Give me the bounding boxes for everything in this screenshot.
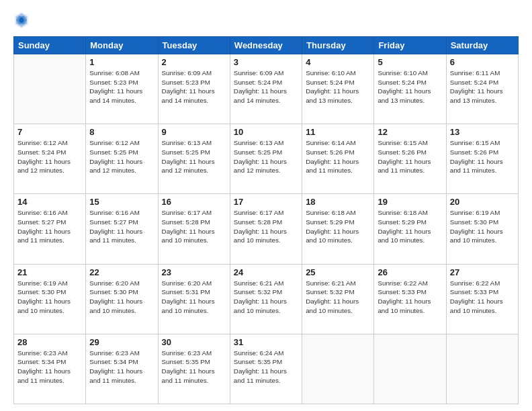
- day-number: 16: [162, 197, 226, 207]
- weekday-header: Tuesday: [158, 37, 230, 54]
- weekday-header: Saturday: [446, 37, 518, 54]
- header: [13, 11, 519, 30]
- day-number: 14: [17, 197, 82, 207]
- calendar-cell: 12Sunrise: 6:15 AM Sunset: 5:26 PM Dayli…: [374, 124, 446, 194]
- calendar-cell: 31Sunrise: 6:24 AM Sunset: 5:35 PM Dayli…: [230, 334, 302, 404]
- cell-daylight-info: Sunrise: 6:09 AM Sunset: 5:23 PM Dayligh…: [162, 68, 226, 105]
- calendar-cell: 29Sunrise: 6:23 AM Sunset: 5:34 PM Dayli…: [86, 334, 158, 404]
- logo-icon: [13, 11, 30, 30]
- calendar-cell: 5Sunrise: 6:10 AM Sunset: 5:24 PM Daylig…: [374, 54, 446, 124]
- cell-daylight-info: Sunrise: 6:15 AM Sunset: 5:26 PM Dayligh…: [450, 138, 515, 175]
- calendar-cell: [14, 54, 86, 124]
- cell-daylight-info: Sunrise: 6:21 AM Sunset: 5:32 PM Dayligh…: [234, 279, 298, 316]
- day-number: 5: [378, 57, 442, 67]
- calendar-cell: 13Sunrise: 6:15 AM Sunset: 5:26 PM Dayli…: [446, 124, 518, 194]
- calendar-cell: 30Sunrise: 6:23 AM Sunset: 5:35 PM Dayli…: [158, 334, 230, 404]
- calendar-week-row: 28Sunrise: 6:23 AM Sunset: 5:34 PM Dayli…: [14, 334, 519, 404]
- cell-daylight-info: Sunrise: 6:20 AM Sunset: 5:30 PM Dayligh…: [89, 279, 154, 316]
- calendar-cell: [374, 334, 446, 404]
- calendar-cell: 17Sunrise: 6:17 AM Sunset: 5:28 PM Dayli…: [230, 194, 302, 264]
- day-number: 26: [378, 267, 442, 277]
- calendar-table: SundayMondayTuesdayWednesdayThursdayFrid…: [13, 36, 519, 404]
- calendar-cell: 27Sunrise: 6:22 AM Sunset: 5:33 PM Dayli…: [446, 264, 518, 334]
- day-number: 24: [234, 267, 298, 277]
- cell-daylight-info: Sunrise: 6:23 AM Sunset: 5:34 PM Dayligh…: [89, 349, 154, 385]
- day-number: 22: [89, 267, 154, 277]
- calendar-cell: 19Sunrise: 6:18 AM Sunset: 5:29 PM Dayli…: [374, 194, 446, 264]
- day-number: 8: [89, 127, 154, 137]
- day-number: 11: [306, 127, 370, 137]
- calendar-cell: 18Sunrise: 6:18 AM Sunset: 5:29 PM Dayli…: [302, 194, 374, 264]
- day-number: 29: [89, 337, 154, 347]
- day-number: 17: [234, 197, 298, 207]
- day-number: 1: [89, 57, 154, 67]
- calendar-cell: 1Sunrise: 6:08 AM Sunset: 5:23 PM Daylig…: [86, 54, 158, 124]
- calendar-cell: 20Sunrise: 6:19 AM Sunset: 5:30 PM Dayli…: [446, 194, 518, 264]
- logo: [13, 11, 32, 30]
- day-number: 25: [306, 267, 370, 277]
- calendar-cell: 28Sunrise: 6:23 AM Sunset: 5:34 PM Dayli…: [14, 334, 86, 404]
- cell-daylight-info: Sunrise: 6:22 AM Sunset: 5:33 PM Dayligh…: [378, 279, 442, 316]
- calendar-cell: 22Sunrise: 6:20 AM Sunset: 5:30 PM Dayli…: [86, 264, 158, 334]
- calendar-week-row: 14Sunrise: 6:16 AM Sunset: 5:27 PM Dayli…: [14, 194, 519, 264]
- cell-daylight-info: Sunrise: 6:16 AM Sunset: 5:27 PM Dayligh…: [89, 208, 154, 245]
- cell-daylight-info: Sunrise: 6:23 AM Sunset: 5:34 PM Dayligh…: [17, 349, 82, 385]
- calendar-cell: 2Sunrise: 6:09 AM Sunset: 5:23 PM Daylig…: [158, 54, 230, 124]
- cell-daylight-info: Sunrise: 6:24 AM Sunset: 5:35 PM Dayligh…: [234, 349, 298, 385]
- day-number: 28: [17, 337, 82, 347]
- cell-daylight-info: Sunrise: 6:14 AM Sunset: 5:26 PM Dayligh…: [306, 138, 370, 175]
- day-number: 15: [89, 197, 154, 207]
- cell-daylight-info: Sunrise: 6:19 AM Sunset: 5:30 PM Dayligh…: [450, 208, 515, 245]
- day-number: 9: [162, 127, 226, 137]
- calendar-cell: 8Sunrise: 6:12 AM Sunset: 5:25 PM Daylig…: [86, 124, 158, 194]
- cell-daylight-info: Sunrise: 6:16 AM Sunset: 5:27 PM Dayligh…: [17, 208, 82, 245]
- weekday-header: Monday: [86, 37, 158, 54]
- weekday-header: Sunday: [14, 37, 86, 54]
- cell-daylight-info: Sunrise: 6:08 AM Sunset: 5:23 PM Dayligh…: [89, 68, 154, 105]
- cell-daylight-info: Sunrise: 6:22 AM Sunset: 5:33 PM Dayligh…: [450, 279, 515, 316]
- calendar-cell: 14Sunrise: 6:16 AM Sunset: 5:27 PM Dayli…: [14, 194, 86, 264]
- calendar-cell: 16Sunrise: 6:17 AM Sunset: 5:28 PM Dayli…: [158, 194, 230, 264]
- calendar-cell: [302, 334, 374, 404]
- calendar-header-row: SundayMondayTuesdayWednesdayThursdayFrid…: [14, 37, 519, 54]
- cell-daylight-info: Sunrise: 6:17 AM Sunset: 5:28 PM Dayligh…: [234, 208, 298, 245]
- day-number: 4: [306, 57, 370, 67]
- day-number: 6: [450, 57, 515, 67]
- calendar-cell: [446, 334, 518, 404]
- calendar-cell: 26Sunrise: 6:22 AM Sunset: 5:33 PM Dayli…: [374, 264, 446, 334]
- cell-daylight-info: Sunrise: 6:10 AM Sunset: 5:24 PM Dayligh…: [378, 68, 442, 105]
- calendar-cell: 7Sunrise: 6:12 AM Sunset: 5:24 PM Daylig…: [14, 124, 86, 194]
- cell-daylight-info: Sunrise: 6:09 AM Sunset: 5:24 PM Dayligh…: [234, 68, 298, 105]
- cell-daylight-info: Sunrise: 6:18 AM Sunset: 5:29 PM Dayligh…: [306, 208, 370, 245]
- calendar-cell: 23Sunrise: 6:20 AM Sunset: 5:31 PM Dayli…: [158, 264, 230, 334]
- day-number: 13: [450, 127, 515, 137]
- day-number: 20: [450, 197, 515, 207]
- day-number: 12: [378, 127, 442, 137]
- cell-daylight-info: Sunrise: 6:18 AM Sunset: 5:29 PM Dayligh…: [378, 208, 442, 245]
- weekday-header: Thursday: [302, 37, 374, 54]
- cell-daylight-info: Sunrise: 6:11 AM Sunset: 5:24 PM Dayligh…: [450, 68, 515, 105]
- day-number: 10: [234, 127, 298, 137]
- cell-daylight-info: Sunrise: 6:20 AM Sunset: 5:31 PM Dayligh…: [162, 279, 226, 316]
- cell-daylight-info: Sunrise: 6:21 AM Sunset: 5:32 PM Dayligh…: [306, 279, 370, 316]
- cell-daylight-info: Sunrise: 6:19 AM Sunset: 5:30 PM Dayligh…: [17, 279, 82, 316]
- calendar-week-row: 21Sunrise: 6:19 AM Sunset: 5:30 PM Dayli…: [14, 264, 519, 334]
- day-number: 2: [162, 57, 226, 67]
- cell-daylight-info: Sunrise: 6:13 AM Sunset: 5:25 PM Dayligh…: [234, 138, 298, 175]
- calendar-cell: 10Sunrise: 6:13 AM Sunset: 5:25 PM Dayli…: [230, 124, 302, 194]
- day-number: 18: [306, 197, 370, 207]
- cell-daylight-info: Sunrise: 6:23 AM Sunset: 5:35 PM Dayligh…: [162, 349, 226, 385]
- calendar-week-row: 1Sunrise: 6:08 AM Sunset: 5:23 PM Daylig…: [14, 54, 519, 124]
- calendar-cell: 3Sunrise: 6:09 AM Sunset: 5:24 PM Daylig…: [230, 54, 302, 124]
- calendar-cell: 6Sunrise: 6:11 AM Sunset: 5:24 PM Daylig…: [446, 54, 518, 124]
- day-number: 21: [17, 267, 82, 277]
- calendar-cell: 9Sunrise: 6:13 AM Sunset: 5:25 PM Daylig…: [158, 124, 230, 194]
- day-number: 31: [234, 337, 298, 347]
- cell-daylight-info: Sunrise: 6:13 AM Sunset: 5:25 PM Dayligh…: [162, 138, 226, 175]
- calendar-cell: 21Sunrise: 6:19 AM Sunset: 5:30 PM Dayli…: [14, 264, 86, 334]
- weekday-header: Wednesday: [230, 37, 302, 54]
- calendar-cell: 25Sunrise: 6:21 AM Sunset: 5:32 PM Dayli…: [302, 264, 374, 334]
- cell-daylight-info: Sunrise: 6:12 AM Sunset: 5:25 PM Dayligh…: [89, 138, 154, 175]
- weekday-header: Friday: [374, 37, 446, 54]
- day-number: 27: [450, 267, 515, 277]
